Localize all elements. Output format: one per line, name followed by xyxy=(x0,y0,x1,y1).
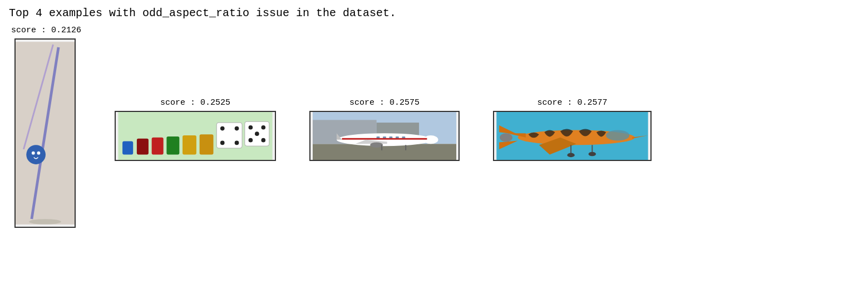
svg-rect-8 xyxy=(122,142,133,155)
svg-point-18 xyxy=(235,141,239,145)
example-item-4: score : 0.2577 xyxy=(493,98,652,161)
svg-point-5 xyxy=(37,152,41,155)
score-label-1: score : 0.2126 xyxy=(11,26,81,35)
svg-point-3 xyxy=(26,145,46,164)
svg-point-6 xyxy=(29,219,61,225)
example-item-1: score : 0.2126 xyxy=(9,26,81,228)
svg-point-52 xyxy=(567,153,574,158)
page-title: Top 4 examples with odd_aspect_ratio iss… xyxy=(0,0,868,26)
svg-point-22 xyxy=(249,138,253,143)
image-box-3 xyxy=(309,111,460,161)
svg-rect-26 xyxy=(313,144,456,160)
image-box-4 xyxy=(493,111,652,161)
svg-point-39 xyxy=(370,142,383,148)
svg-point-21 xyxy=(262,125,266,130)
score-label-4: score : 0.2577 xyxy=(537,98,608,108)
example-item-2: score : 0.2525 xyxy=(115,98,276,161)
example-item-3: score : 0.2575 xyxy=(309,98,460,161)
svg-rect-9 xyxy=(137,139,149,155)
score-label-3: score : 0.2575 xyxy=(349,98,420,108)
examples-container: score : 0.2126 score : 0.2525 xyxy=(0,26,868,228)
score-label-2: score : 0.2525 xyxy=(160,98,230,108)
svg-point-17 xyxy=(220,141,225,145)
svg-point-20 xyxy=(249,125,253,130)
svg-point-23 xyxy=(262,138,266,143)
svg-rect-10 xyxy=(152,138,164,155)
svg-rect-11 xyxy=(166,136,179,154)
svg-point-24 xyxy=(255,131,259,136)
svg-point-16 xyxy=(235,126,239,131)
svg-rect-12 xyxy=(183,135,196,154)
image-box-2 xyxy=(115,111,276,161)
svg-point-4 xyxy=(32,152,35,155)
svg-point-31 xyxy=(423,135,438,144)
svg-point-15 xyxy=(220,126,225,131)
svg-rect-37 xyxy=(342,138,427,140)
image-box-1 xyxy=(14,38,76,228)
svg-point-50 xyxy=(500,133,512,142)
svg-point-44 xyxy=(606,130,629,140)
svg-rect-13 xyxy=(200,134,214,154)
svg-point-54 xyxy=(589,152,596,157)
